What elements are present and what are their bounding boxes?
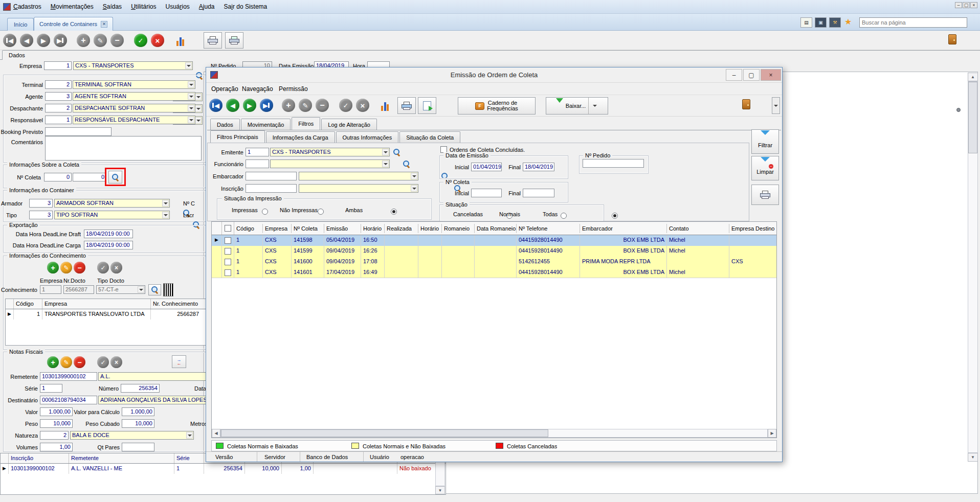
- menu-item-saidas[interactable]: Saídas: [103, 3, 122, 10]
- conhecimento-add-button[interactable]: +: [47, 262, 59, 273]
- radio-todas[interactable]: [612, 213, 618, 219]
- nav-previous-button[interactable]: ◀: [20, 34, 33, 47]
- menu-item-cadastros[interactable]: Cadastros: [13, 3, 41, 10]
- confirm-button[interactable]: ✓: [134, 34, 147, 47]
- tab-close-icon[interactable]: ✕: [101, 21, 107, 28]
- tab-controle-de-containers[interactable]: Controle de Containers ✕: [34, 17, 113, 31]
- n-coleta-final-field[interactable]: [523, 189, 554, 197]
- grid-header[interactable]: Realizada: [385, 224, 418, 233]
- grid-header[interactable]: Empresa: [263, 224, 292, 233]
- dialog-cancel-button[interactable]: ×: [356, 99, 369, 112]
- main-scrollbar-down[interactable]: ▼: [968, 453, 978, 462]
- dialog-nav-first-button[interactable]: ◀: [209, 99, 222, 112]
- menu-item-movimentacoes[interactable]: Movimentações: [51, 3, 94, 10]
- inscricao-combo[interactable]: [299, 184, 418, 193]
- chart-icon[interactable]: [176, 36, 980, 46]
- deadline-carga-field[interactable]: 18/04/2019 00:00: [84, 241, 133, 249]
- remetente-code-field[interactable]: 10301399000102: [40, 372, 97, 381]
- cancel-button[interactable]: ×: [151, 34, 164, 47]
- embarcador-code-field[interactable]: [246, 172, 297, 180]
- main-scrollbar-up[interactable]: ▲: [968, 73, 978, 81]
- dialog-nav-previous-button[interactable]: ◀: [226, 99, 239, 112]
- conhecimento-delete-button[interactable]: −: [74, 262, 85, 273]
- quick-panel-icon[interactable]: ▤: [800, 17, 812, 28]
- row-checkbox[interactable]: [225, 269, 231, 276]
- edit-button[interactable]: ✎: [94, 34, 107, 47]
- toolbar-overflow-button[interactable]: [772, 97, 780, 114]
- window-close-button[interactable]: ×: [970, 2, 977, 8]
- empresa-combo[interactable]: CXS - TRANSPORTES: [73, 61, 193, 70]
- responsavel-combo[interactable]: RESPONSÁVEL DESPACHANTE: [73, 116, 195, 124]
- baixar-button[interactable]: Baixar...: [546, 97, 608, 115]
- subtab-situacao-coleta[interactable]: Situação da Coleta: [399, 131, 460, 143]
- tipo-combo[interactable]: TIPO SOFTRAN: [54, 211, 170, 219]
- dialog-nav-last-button[interactable]: ▶: [260, 99, 273, 112]
- menu-item-sair[interactable]: Sair do Sistema: [224, 3, 268, 10]
- tab-inicio[interactable]: Início: [7, 18, 34, 31]
- tools-icon[interactable]: ⚒: [829, 17, 841, 28]
- dialog-print-button[interactable]: [397, 97, 416, 114]
- funcionario-search-icon[interactable]: [403, 160, 411, 168]
- favorites-star-icon[interactable]: ★: [844, 17, 852, 27]
- grid-header[interactable]: Empresa: [42, 299, 151, 309]
- emitente-search-icon[interactable]: [393, 148, 401, 156]
- row-checkbox[interactable]: [225, 237, 231, 244]
- n-coleta-inicial-field[interactable]: [471, 189, 502, 197]
- data-emissao-final-field[interactable]: 18/04/2019: [523, 163, 554, 171]
- grid-header[interactable]: Empresa Destino: [729, 224, 776, 233]
- numero-field[interactable]: 256354: [121, 384, 160, 393]
- grid-header[interactable]: Emissão: [324, 224, 361, 233]
- grid-header[interactable]: Horário: [361, 224, 385, 233]
- dialog-maximize-button[interactable]: ▢: [743, 69, 760, 81]
- exit-door-icon[interactable]: [948, 34, 956, 44]
- dialog-menu-permissao[interactable]: Permissão: [279, 85, 308, 93]
- print-preview-button[interactable]: [204, 32, 222, 49]
- delete-button[interactable]: −: [110, 34, 124, 47]
- table-row[interactable]: 1 CXS 141601 17/04/2019 16:49 0441592801…: [212, 267, 776, 278]
- agente-combo[interactable]: AGENTE SOFTRAN: [73, 92, 195, 101]
- peso-field[interactable]: 10,000: [40, 419, 73, 428]
- dialog-menu-navegacao[interactable]: Navegação: [242, 85, 273, 93]
- grid-scroll-thumb[interactable]: [221, 429, 548, 437]
- select-all-checkbox[interactable]: [225, 225, 231, 232]
- conhecimento-edit-button[interactable]: ✎: [60, 262, 72, 273]
- dialog-minimize-button[interactable]: –: [726, 69, 742, 81]
- armador-combo[interactable]: ARMADOR SOFTRAN: [54, 199, 170, 208]
- row-checkbox[interactable]: [225, 248, 231, 255]
- agente-code-field[interactable]: 3: [45, 92, 72, 101]
- monitor-icon[interactable]: ▣: [815, 17, 827, 28]
- dialog-menu-operacao[interactable]: Operação: [211, 85, 238, 93]
- funcionario-combo[interactable]: [270, 159, 390, 168]
- nav-next-button[interactable]: ▶: [37, 34, 50, 47]
- inscricao-code-field[interactable]: [246, 184, 297, 193]
- dialog-close-button[interactable]: ×: [761, 69, 781, 81]
- conhecimento-cancel-button[interactable]: ×: [110, 262, 122, 273]
- table-row[interactable]: 1 CXS 141599 09/04/2019 16:26 0441592801…: [212, 246, 776, 257]
- conhecimento-confirm-button[interactable]: ✓: [97, 262, 109, 273]
- despachante-combo[interactable]: DESPACHANTE SOFTRAN: [73, 104, 195, 112]
- grid-header[interactable]: Série: [174, 453, 204, 463]
- notas-confirm-button[interactable]: ✓: [97, 356, 109, 368]
- caderno-frequencias-button[interactable]: F Caderno deFrequências: [458, 97, 536, 115]
- filtrar-button[interactable]: Filtrar: [751, 129, 779, 154]
- serie-field[interactable]: 1: [40, 384, 62, 393]
- dialog-tab-dados[interactable]: Dados: [210, 119, 240, 130]
- notas-transfer-button[interactable]: →←: [172, 355, 186, 368]
- emitente-code-field[interactable]: 1: [246, 148, 269, 156]
- grid-scroll-right[interactable]: ▶: [768, 429, 776, 438]
- responsavel-code-field[interactable]: 1: [45, 116, 72, 124]
- dialog-tab-filtros[interactable]: Filtros: [292, 117, 320, 130]
- conhecimento-nrdocto-field[interactable]: 2566287: [63, 285, 94, 294]
- add-button[interactable]: +: [77, 34, 90, 47]
- search-input[interactable]: [859, 17, 967, 28]
- subtab-informacoes-carga[interactable]: Informações da Carga: [266, 131, 335, 143]
- menu-item-usuarios[interactable]: Usuários: [165, 3, 189, 10]
- conhecimento-empresa-field[interactable]: 1: [40, 285, 61, 294]
- grid-header[interactable]: Código: [234, 224, 263, 233]
- dialog-tab-log[interactable]: Log de Alteração: [321, 119, 377, 130]
- notas-cancel-button[interactable]: ×: [110, 356, 122, 368]
- tipo-code-field[interactable]: 3: [29, 211, 53, 219]
- n-pedido-field[interactable]: [583, 159, 644, 168]
- dialog-title-bar[interactable]: Emissão de Ordem de Coleta – ▢ ×: [206, 67, 782, 83]
- dialog-add-button[interactable]: +: [282, 99, 295, 112]
